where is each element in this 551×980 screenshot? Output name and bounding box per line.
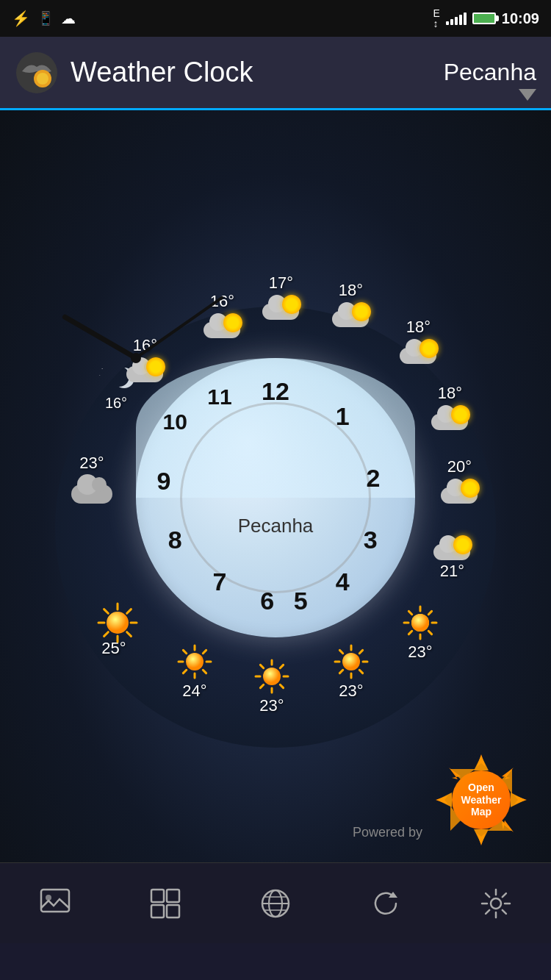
usb-icon: ⚡ [12,10,30,27]
svg-line-22 [339,650,342,653]
weather-item-bottom-center: 23° [253,658,290,715]
app-bar: Weather Clock Pecanha [0,37,551,110]
wallpaper-icon [39,887,71,920]
notification-icon: ☁ [61,10,76,27]
svg-line-49 [104,609,109,613]
svg-rect-71 [151,905,164,918]
dropdown-arrow-icon[interactable] [519,89,536,101]
owm-button-label[interactable]: Open Weather Map [452,770,511,829]
svg-marker-63 [474,829,489,844]
sun-icon-2 [333,643,370,680]
svg-line-36 [203,670,206,673]
svg-point-2 [37,73,48,85]
grid-icon [149,887,181,920]
cloud-sun-icon-7 [439,478,480,504]
svg-point-79 [491,898,501,909]
clock-num-7: 7 [213,567,227,595]
signal-bar-4 [459,15,462,25]
svg-line-25 [280,665,283,668]
svg-point-23 [342,653,360,670]
svg-line-29 [260,684,263,687]
weather-item-bottom-center-left: 24° [176,643,213,701]
svg-line-47 [104,632,109,636]
weather-item-bottom-left: 25° [96,601,132,658]
svg-line-38 [183,670,186,673]
svg-rect-70 [167,890,179,902]
svg-marker-61 [511,793,525,807]
center-dot [131,353,141,363]
battery-icon [472,12,496,24]
svg-rect-69 [151,890,164,902]
signal-bar-3 [455,17,458,25]
svg-point-32 [263,668,281,685]
nav-wallpaper-button[interactable] [26,874,84,933]
svg-marker-65 [437,793,452,807]
svg-line-20 [339,670,342,673]
signal-bar-5 [464,12,467,25]
cloud-sun-icon-8 [432,534,472,560]
svg-line-16 [359,650,362,653]
data-indicator: E↕ [433,8,440,29]
svg-point-50 [107,612,129,634]
minute-hand [135,296,224,359]
svg-line-40 [183,650,186,653]
sun-icon-1 [402,604,439,641]
nav-grid-button[interactable] [136,874,195,933]
weather-item-right-top: 18° [430,384,470,430]
powered-by-label: Powered by [353,825,422,840]
svg-rect-67 [41,890,69,912]
clock-num-8: 8 [168,525,182,554]
clock-num-3: 3 [364,525,378,554]
sun-icon-5 [96,601,132,637]
signal-bars [446,12,467,25]
status-bar: ⚡ 📱 ☁ E↕ 10:09 [0,0,551,37]
svg-marker-59 [474,756,489,770]
svg-line-8 [408,631,411,634]
cloud-sun-icon-5 [398,338,439,364]
clock-num-5: 5 [294,587,308,615]
clock-num-1: 1 [336,402,350,431]
svg-line-43 [127,609,132,613]
sun-icon-3 [253,658,290,695]
svg-line-86 [503,893,506,897]
clock-num-4: 4 [336,567,350,595]
clock-num-2: 2 [367,463,381,492]
nav-settings-button[interactable] [467,874,525,933]
svg-line-10 [408,611,411,614]
weather-item-top-center-right: 18° [331,281,371,327]
clock-num-6: 6 [260,587,274,615]
svg-line-34 [203,650,206,653]
svg-point-14 [411,614,429,632]
bottom-bar [0,862,551,943]
signal-bar-2 [450,19,453,25]
svg-line-84 [486,893,489,897]
status-time: 10:09 [502,10,539,27]
refresh-icon [370,887,402,920]
weather-item-right-bottom: 21° [432,534,472,581]
star-shape: Open Weather Map [433,752,529,848]
weather-item-bottom-center-right: 23° [333,643,370,701]
app-logo [15,51,59,95]
weather-item-top-right: 18° [398,318,439,364]
signal-bar-1 [446,21,449,25]
svg-rect-72 [167,905,179,918]
clock-hands [0,218,276,498]
svg-line-87 [486,909,489,913]
app-title: Weather Clock [71,57,432,88]
status-left-icons: ⚡ 📱 ☁ [12,10,76,27]
globe-icon [259,887,292,920]
svg-line-18 [359,670,362,673]
svg-line-4 [428,611,431,614]
sim-icon: 📱 [37,10,54,26]
cloud-sun-icon-4 [331,301,371,327]
weather-item-bottom-right: 23° [402,604,439,662]
svg-line-45 [127,632,132,636]
header-location: Pecanha [444,59,536,86]
nav-globe-button[interactable] [246,874,305,933]
clock-city-label: Pecanha [238,514,314,537]
svg-line-27 [280,684,283,687]
cloud-sun-icon-6 [430,404,470,430]
settings-icon [480,887,512,920]
owm-button[interactable]: Open Weather Map [433,752,529,848]
nav-refresh-button[interactable] [356,874,415,933]
